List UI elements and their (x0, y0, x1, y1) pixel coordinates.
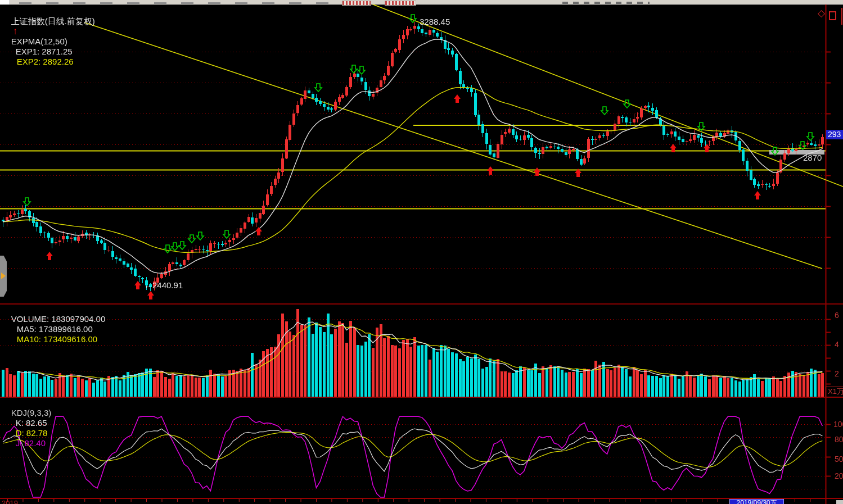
date-axis-canvas[interactable] (0, 499, 843, 504)
square-icon[interactable] (829, 11, 836, 20)
corner-resize-box[interactable] (836, 500, 843, 504)
last-price-badge: 293 (826, 130, 843, 139)
indicator-label: EXPMA(12,50) (11, 37, 67, 46)
cursor-date-badge: 2019/09/30五 (729, 499, 784, 504)
axis-year-label: 2019 (2, 499, 18, 504)
kdj-tick-20: 20 (835, 471, 843, 480)
kdj-d-value: D: 82.78 (16, 428, 48, 438)
exp1-value: EXP1: 2871.25 (16, 47, 73, 56)
kdj-label: KDJ(9,3,3) (11, 408, 52, 417)
kdj-tick-80: 80 (835, 435, 843, 444)
main-chart-header: 上证指数(日线.前复权) ↑ EXPMA(12,50) EXP1: 2871.2… (2, 6, 95, 77)
volume-header: VOLUME: 183097904.00 MA5: 173899616.00 M… (2, 304, 105, 355)
volume-unit-label: X1万 (826, 387, 843, 397)
volume-value: VOLUME: 183097904.00 (11, 314, 106, 324)
trendline-price-label: 2870 (803, 153, 822, 162)
diamond-icon[interactable]: ◇ (818, 8, 825, 19)
kdj-header: KDJ(9,3,3) K: 82.65 D: 82.78 J: 82.40 (2, 398, 51, 458)
kdj-tick-50: 50 (835, 455, 843, 464)
menu-items-clipped (19, 2, 334, 4)
expand-arrow-icon (1, 273, 6, 279)
volume-tick-2: 2 (835, 369, 839, 378)
menu-text-clipped (562, 2, 650, 4)
low-annotation: ←2440.91 (144, 280, 183, 290)
kdj-tick-100: 100 (833, 420, 843, 429)
main-chart-canvas[interactable] (0, 4, 843, 303)
divider-kdj-axis (0, 498, 843, 499)
divider-volume-kdj (0, 397, 843, 398)
clipped-edge-mark (841, 8, 842, 25)
up-arrow-icon: ↑ (11, 26, 20, 37)
volume-ma10-value: MA10: 173409616.00 (17, 334, 97, 344)
exp2-value: EXP2: 2892.26 (17, 57, 74, 66)
sidebar-expand-handle[interactable] (0, 256, 7, 297)
kdj-j-value: J: 82.40 (16, 438, 46, 448)
trading-app-screen: 上证指数(日线.前复权) ↑ EXPMA(12,50) EXP1: 2871.2… (0, 0, 843, 504)
volume-tick-4: 4 (835, 340, 839, 349)
kdj-k-value: K: 82.65 (16, 418, 47, 428)
volume-tick-6: 6 (835, 311, 839, 320)
chart-title: 上证指数(日线.前复权) (11, 16, 95, 26)
app-logo[interactable] (0, 0, 10, 4)
volume-ma5-value: MA5: 173899616.00 (17, 324, 93, 334)
kdj-chart-canvas[interactable] (0, 398, 843, 498)
peak-annotation: 3288.45 (420, 17, 450, 26)
divider-main-volume (0, 303, 843, 305)
volume-chart-canvas[interactable] (0, 305, 843, 397)
